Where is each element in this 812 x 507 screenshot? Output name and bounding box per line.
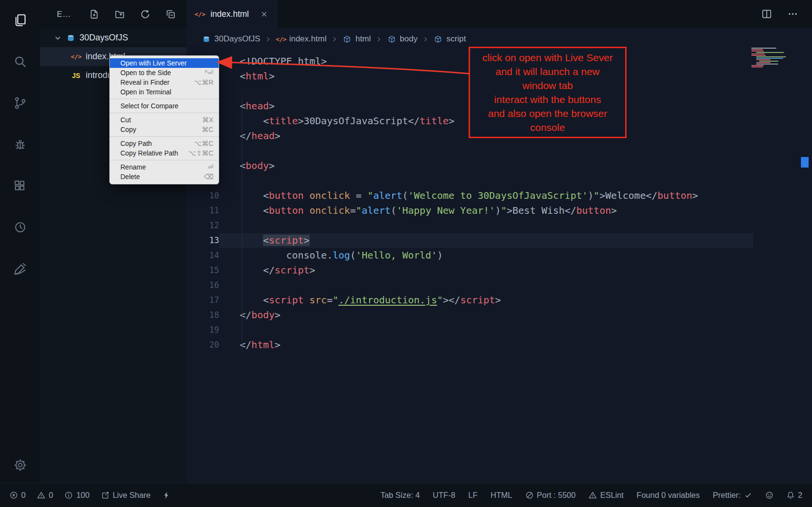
breadcrumb-script[interactable]: script <box>433 34 466 44</box>
collapse-folders-icon[interactable] <box>166 9 176 20</box>
code-line-18[interactable]: 18</body> <box>186 308 812 323</box>
status-bar: 00100Live Share Tab Size: 4UTF-8LFHTMLPo… <box>0 483 812 507</box>
line-number: 17 <box>186 293 219 308</box>
tab-label: index.html <box>210 9 249 19</box>
menu-separator <box>110 113 219 113</box>
status-lightning[interactable] <box>162 491 170 499</box>
minimap[interactable] <box>751 47 799 67</box>
code-line-12[interactable]: 12 <box>186 218 812 233</box>
status-lf[interactable]: LF <box>468 491 477 500</box>
menu-item-label: Cut <box>120 116 202 124</box>
activity-history-icon[interactable] <box>12 220 28 236</box>
menu-item-open-with-live-server[interactable]: Open with Live Server <box>110 58 219 68</box>
new-file-icon[interactable] <box>89 9 100 20</box>
code-line-19[interactable]: 19 <box>186 323 812 338</box>
status-100[interactable]: 100 <box>65 491 90 500</box>
tab-index-html[interactable]: </> index.html <box>186 0 278 28</box>
breadcrumb-html[interactable]: html <box>342 34 371 44</box>
menu-shortcut: ⌥⇧⌘C <box>188 149 213 157</box>
activity-feedback-pen-icon[interactable] <box>12 261 28 277</box>
activity-search-icon[interactable] <box>12 54 28 70</box>
warning-triangle-icon <box>589 491 597 499</box>
tab-bar: </> index.html <box>186 0 812 28</box>
activity-source-control-icon[interactable] <box>12 95 28 112</box>
code-line-10[interactable]: 10 <button onclick = "alert('Welcome to … <box>186 188 812 203</box>
smiley-icon <box>765 491 773 499</box>
code-text: <script> <box>219 233 753 248</box>
bell-icon <box>786 491 795 499</box>
split-editor-icon[interactable] <box>761 9 773 20</box>
explorer-title: E… <box>57 10 71 19</box>
menu-item-cut[interactable]: Cut⌘X <box>110 115 219 125</box>
breadcrumb-label: html <box>355 34 371 44</box>
activity-run-and-debug-icon[interactable] <box>12 137 28 153</box>
menu-item-copy-path[interactable]: Copy Path⌥⌘C <box>110 139 219 148</box>
status-0[interactable]: 0 <box>37 491 53 500</box>
code-line-17[interactable]: 17 <script src="./introduction.js"></scr… <box>186 293 812 308</box>
status-2[interactable]: 2 <box>786 491 802 500</box>
chevron-right-icon <box>331 36 338 43</box>
code-line-15[interactable]: 15 </script> <box>186 263 812 278</box>
code-line-16[interactable]: 16 <box>186 278 812 293</box>
line-number: 13 <box>186 233 219 248</box>
breadcrumb-body[interactable]: body <box>387 34 418 44</box>
menu-item-label: Copy Relative Path <box>120 149 188 157</box>
status-0[interactable]: 0 <box>10 491 26 500</box>
breadcrumb-index-html[interactable]: </>index.html <box>276 34 326 44</box>
code-line-14[interactable]: 14 console.log('Hello, World') <box>186 248 812 263</box>
status-live-share[interactable]: Live Share <box>101 491 151 500</box>
code-line-7[interactable]: 7 <box>186 143 812 158</box>
close-tab-icon[interactable] <box>259 9 270 20</box>
menu-shortcut: ⌫ <box>204 173 213 181</box>
menu-separator <box>110 136 219 137</box>
js-file-icon: JS <box>71 72 81 79</box>
code-text <box>219 143 753 158</box>
vscode-window: E… </> index.html 30 <box>0 0 812 507</box>
new-folder-icon[interactable] <box>115 9 125 20</box>
menu-separator <box>110 160 219 160</box>
line-number: 14 <box>186 248 219 263</box>
menu-item-open-to-the-side[interactable]: Open to the Side^⏎ <box>110 68 219 78</box>
code-line-11[interactable]: 11 <button onclick="alert('Happy New Yea… <box>186 203 812 218</box>
code-line-20[interactable]: 20</html> <box>186 338 812 352</box>
tree-folder-30daysofjs[interactable]: 30DaysOfJS <box>40 28 186 47</box>
activity-extensions-icon[interactable] <box>12 178 28 195</box>
status-eslint[interactable]: ESLint <box>589 491 624 500</box>
menu-item-reveal-in-finder[interactable]: Reveal in Finder⌥⌘R <box>110 78 219 87</box>
more-actions-icon[interactable] <box>787 9 799 20</box>
menu-item-open-in-terminal[interactable]: Open in Terminal <box>110 87 219 97</box>
menu-item-label: Open in Terminal <box>120 88 213 96</box>
status-smiley[interactable] <box>765 491 773 499</box>
status-prettier[interactable]: Prettier: <box>713 491 752 500</box>
line-number: 12 <box>186 218 219 233</box>
code-line-9[interactable]: 9 <box>186 173 812 188</box>
status-tab-size-4[interactable]: Tab Size: 4 <box>380 491 420 500</box>
share-icon <box>101 491 109 499</box>
html-file-icon: </> <box>195 11 205 18</box>
code-text <box>219 173 753 188</box>
code-text <box>219 218 753 233</box>
chevron-down-icon <box>53 34 62 42</box>
status-found-0-variables[interactable]: Found 0 variables <box>637 491 700 500</box>
cube-icon <box>342 35 352 43</box>
menu-item-label: Delete <box>120 173 204 181</box>
activity-explorer-icon[interactable] <box>12 13 28 29</box>
menu-item-label: Rename <box>120 163 208 171</box>
scrollbar-marker[interactable] <box>801 157 809 168</box>
chevron-right-icon <box>375 36 382 43</box>
code-line-8[interactable]: 8<body> <box>186 158 812 173</box>
folder-icon <box>65 34 76 42</box>
status-html[interactable]: HTML <box>491 491 512 500</box>
status-port-5500[interactable]: Port : 5500 <box>525 491 576 500</box>
refresh-explorer-icon[interactable] <box>140 9 151 20</box>
menu-item-copy-relative-path[interactable]: Copy Relative Path⌥⇧⌘C <box>110 148 219 158</box>
code-line-13[interactable]: 13 <script> <box>186 233 812 248</box>
menu-item-copy[interactable]: Copy⌘C <box>110 125 219 134</box>
breadcrumb-30daysofjs[interactable]: 30DaysOfJS <box>201 34 260 44</box>
status-utf-8[interactable]: UTF-8 <box>433 491 456 500</box>
top-strip: E… </> index.html <box>40 0 812 28</box>
activity-settings-gear-icon[interactable] <box>12 457 28 474</box>
menu-item-delete[interactable]: Delete⌫ <box>110 172 219 182</box>
menu-item-rename[interactable]: Rename⏎ <box>110 162 219 172</box>
menu-item-select-for-compare[interactable]: Select for Compare <box>110 101 219 111</box>
